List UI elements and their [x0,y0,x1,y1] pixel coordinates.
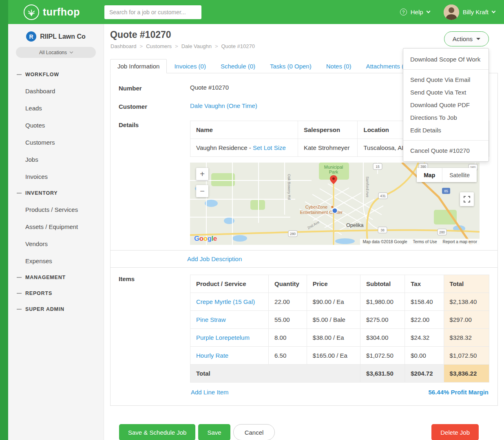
brand-logo[interactable]: turfhop [24,0,80,24]
cell-subtotal: $304.00 [360,329,405,347]
sidebar-item-quotes[interactable]: Quotes [8,117,104,134]
items-table-row: Hourly Rate 6.50 $165.00 / Ea $1,072.50 … [190,347,489,365]
product-link[interactable]: Purple Lorepetelum [196,334,250,341]
profit-margin: 56.44% Profit Margin [428,389,489,396]
sidebar-item-products-services[interactable]: Products / Services [8,201,104,218]
product-link[interactable]: Pine Straw [196,316,226,323]
svg-text:Municipal: Municipal [324,165,343,169]
product-link[interactable]: Crepe Myrtle (15 Gal) [196,298,255,305]
tab-schedule[interactable]: Schedule (0) [213,59,263,73]
map-view-button[interactable]: Map [417,168,442,182]
map-container[interactable]: Samford Ave Oak Bowery Rd 2nd Ave Munici… [190,163,480,245]
tab-job-information[interactable]: Job Information [110,59,167,73]
actions-button-label: Actions [453,35,473,42]
cell-subtotal: $1,980.00 [360,293,405,311]
breadcrumb-customer[interactable]: Dale Vaughn [181,43,212,49]
sidebar-item-leads[interactable]: Leads [8,99,104,117]
menu-item-edit-details[interactable]: Edit Details [403,124,489,136]
customer-link[interactable]: Dale Vaughn [190,102,225,109]
set-lot-size-link[interactable]: Set Lot Size [253,144,286,151]
zoom-out-button[interactable]: − [196,185,208,197]
section-dash-icon [17,309,22,310]
breadcrumb-current: Quote #10270 [221,43,254,49]
cell-product: Pine Straw [190,311,269,329]
nav-section-reports[interactable]: REPORTS [8,285,104,301]
product-link[interactable]: Hourly Rate [196,352,228,359]
svg-text:280: 280 [439,230,445,234]
breadcrumb-customers[interactable]: Customers [146,43,172,49]
sidebar-item-expenses[interactable]: Expenses [8,252,104,269]
cell-tax: $0.00 [405,347,444,365]
fullscreen-button[interactable] [460,192,474,206]
help-label: Help [411,9,423,15]
report-map-error-link[interactable]: Report a map error [443,240,477,244]
menu-item-send-quote-text[interactable]: Send Quote Via Text [403,86,489,99]
menu-item-send-quote-email[interactable]: Send Quote Via Email [403,73,489,86]
items-footer: Add Line Item 56.44% Profit Margin [190,383,489,396]
delete-job-button[interactable]: Delete Job [431,424,479,440]
save-schedule-job-button[interactable]: Save & Schedule Job [119,424,195,440]
footer-actions: Save & Schedule Job Save Cancel Delete J… [119,424,479,440]
cell-total: $2,138.40 [444,293,489,311]
search-input[interactable] [104,5,201,19]
tab-tasks[interactable]: Tasks (0 Open) [263,59,319,73]
customer-label: Customer [119,102,190,110]
nav-section-management[interactable]: MANAGEMENT [8,269,104,285]
turfhop-grass-icon [24,4,39,20]
actions-button[interactable]: Actions [444,31,489,46]
nav-section-label: WORKFLOW [25,72,59,77]
items-table-row: Crepe Myrtle (15 Gal) 22.00 $90.00 / Ea … [190,293,489,311]
items-body: Product / Service Quantity Price Subtota… [190,275,489,396]
menu-item-download-scope[interactable]: Download Scope Of Work [403,53,489,66]
cell-price: $38.00 / Ea [307,329,360,347]
sidebar-item-assets-equipment[interactable]: Assets / Equipment [8,218,104,235]
cell-total: $1,072.50 [444,347,489,365]
menu-item-directions-to-job[interactable]: Directions To Job [403,111,489,124]
sidebar-item-dashboard[interactable]: Dashboard [8,82,104,99]
add-job-description-link[interactable]: Add Job Description [187,255,242,262]
sidebar-nav: WORKFLOW Dashboard Leads Quotes Customer… [8,66,104,317]
map-type-toggle: Map Satellite [417,168,477,182]
cancel-button[interactable]: Cancel [233,424,275,440]
tab-notes[interactable]: Notes (0) [319,59,359,73]
map-attribution: Map data ©2018 Google Terms of Use Repor… [360,239,480,245]
google-logo[interactable]: Google [194,235,217,243]
cell-tax: $24.32 [405,329,444,347]
col-tax: Tax [405,275,444,293]
items-table-row: Pine Straw 55.00 $5.00 / Bale $275.00 $2… [190,311,489,329]
company-header: R RIIPL Lawn Co [8,24,104,42]
col-price: Price [307,275,360,293]
nav-section-inventory[interactable]: INVENTORY [8,185,104,201]
terms-of-use-link[interactable]: Terms of Use [413,240,437,244]
add-line-item-link[interactable]: Add Line Item [191,389,229,396]
menu-item-download-quote-pdf[interactable]: Download Quote PDF [403,99,489,111]
zoom-in-button[interactable]: + [196,168,208,180]
sidebar-item-vendors[interactable]: Vendors [8,235,104,252]
cell-total: $328.32 [444,329,489,347]
menu-item-cancel-quote[interactable]: Cancel Quote #10270 [403,144,489,157]
cell-product: Hourly Rate [190,347,269,365]
total-label: Total [190,365,360,383]
satellite-view-button[interactable]: Satellite [442,168,477,182]
nav-section-super-admin[interactable]: SUPER ADMIN [8,301,104,317]
company-name: RIIPL Lawn Co [40,33,86,40]
sidebar-item-jobs[interactable]: Jobs [8,151,104,168]
locations-dropdown[interactable]: All Locations [16,47,96,58]
save-button[interactable]: Save [198,424,230,440]
breadcrumb-dashboard[interactable]: Dashboard [111,43,137,49]
customer-type-link[interactable]: (One Time) [227,102,257,109]
tab-invoices[interactable]: Invoices (0) [167,59,213,73]
help-menu[interactable]: ? Help [400,9,430,15]
col-total: Total [444,275,489,293]
cell-price: $5.00 / Bale [307,311,360,329]
cell-product: Purple Lorepetelum [190,329,269,347]
sidebar-item-invoices[interactable]: Invoices [8,168,104,185]
nav-section-workflow[interactable]: WORKFLOW [8,66,104,82]
number-label: Number [119,84,190,92]
sidebar-item-customers[interactable]: Customers [8,134,104,151]
topbar-right: ? Help Billy Kraft [400,0,495,24]
nav-section-label: SUPER ADMIN [25,306,64,312]
user-menu[interactable]: Billy Kraft [444,4,495,20]
map-data-credit: Map data ©2018 Google [363,240,407,244]
items-label: Items [119,275,190,396]
